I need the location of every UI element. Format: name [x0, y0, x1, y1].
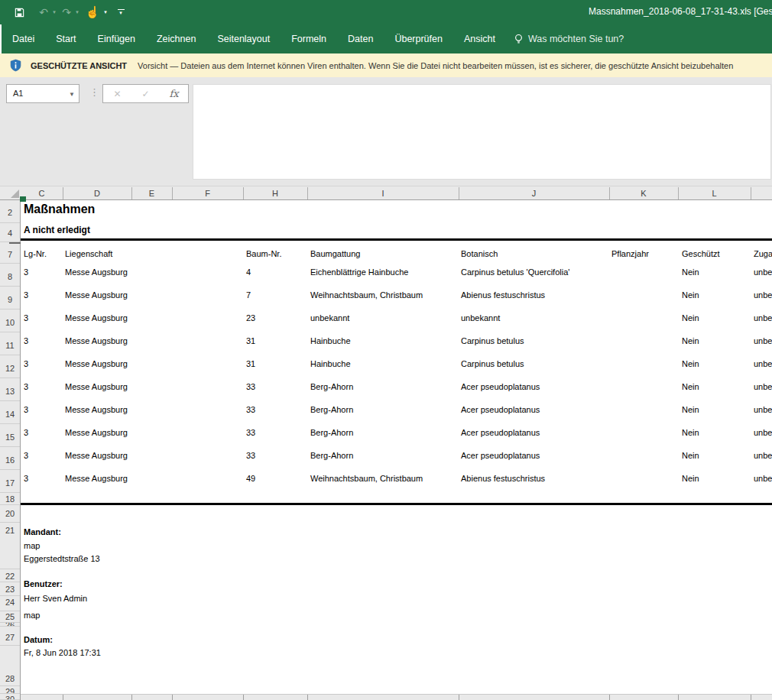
table-cell[interactable]: 3 [24, 451, 28, 460]
column-header-I[interactable]: I [307, 186, 459, 200]
table-header-cell[interactable]: Lg-Nr. [24, 249, 47, 258]
table-cell[interactable]: Nein [682, 336, 699, 345]
table-cell[interactable]: Messe Augsburg [65, 382, 128, 391]
table-cell[interactable]: Messe Augsburg [65, 267, 128, 277]
row-header-18[interactable]: 18 [0, 493, 20, 505]
table-header-cell[interactable]: Geschützt [682, 249, 720, 258]
table-cell[interactable]: 3 [24, 428, 28, 437]
table-cell[interactable]: 31 [246, 359, 255, 368]
datum-value[interactable]: Fr, 8 Jun 2018 17:31 [24, 648, 101, 657]
table-cell[interactable]: Messe Augsburg [65, 359, 128, 368]
table-cell[interactable]: Hainbuche [310, 336, 351, 345]
table-cell[interactable]: 7 [246, 290, 251, 300]
row-header-28[interactable]: 28 [0, 646, 20, 686]
table-cell[interactable]: 33 [246, 428, 255, 437]
table-cell[interactable]: Hainbuche [310, 359, 351, 368]
column-header-K[interactable]: K [609, 186, 678, 200]
table-cell[interactable]: Nein [682, 428, 699, 437]
row-header-14[interactable]: 14 [0, 401, 20, 424]
table-cell[interactable]: unbe [754, 313, 772, 322]
datum-label[interactable]: Datum: [24, 635, 53, 644]
table-header-cell[interactable]: Botanisch [461, 249, 498, 258]
customize-qat-button[interactable]: ▾ [115, 3, 127, 21]
tab-ansicht[interactable]: Ansicht [453, 24, 506, 53]
table-cell[interactable]: 3 [24, 474, 28, 483]
table-cell[interactable]: unbe [754, 428, 772, 437]
column-header-F[interactable]: F [172, 186, 243, 200]
table-cell[interactable]: Nein [682, 382, 699, 391]
table-cell[interactable]: 3 [24, 382, 28, 391]
column-header-J[interactable]: J [459, 186, 609, 200]
table-cell[interactable]: unbe [754, 290, 772, 300]
row-header-20[interactable]: 20 [0, 505, 20, 523]
row-header-25[interactable]: 25 [0, 611, 20, 623]
report-title[interactable]: Maßnahmen [24, 203, 95, 216]
tab-zeichnen[interactable]: Zeichnen [146, 24, 206, 53]
table-cell[interactable]: Acer pseudoplatanus [461, 451, 540, 460]
tab-seitenlayout[interactable]: Seitenlayout [206, 24, 281, 53]
table-cell[interactable]: Nein [682, 405, 699, 414]
table-cell[interactable]: Berg-Ahorn [310, 428, 353, 437]
save-button[interactable] [11, 3, 28, 21]
row-header-13[interactable]: 13 [0, 378, 20, 401]
row-header-11[interactable]: 11 [0, 332, 20, 355]
table-cell[interactable]: Carpinus betulus [461, 336, 524, 345]
table-cell[interactable]: unbe [754, 474, 772, 483]
row-header-16[interactable]: 16 [0, 447, 20, 470]
table-cell[interactable]: 3 [24, 405, 28, 414]
select-all-button[interactable] [0, 186, 21, 199]
column-header-C[interactable]: C [21, 186, 63, 200]
table-cell[interactable]: Abienus festuschristus [461, 474, 545, 483]
undo-button[interactable]: ↶ [37, 3, 50, 21]
formula-bar-drag-handle[interactable]: ⋮ [89, 86, 99, 98]
table-cell[interactable]: Nein [682, 474, 699, 483]
cancel-icon[interactable]: ✕ [103, 89, 131, 99]
table-cell[interactable]: Acer pseudoplatanus [461, 405, 540, 414]
tab-formeln[interactable]: Formeln [281, 24, 337, 53]
row-header-12[interactable]: 12 [0, 355, 20, 378]
table-cell[interactable]: 23 [246, 313, 255, 322]
benutzer-label[interactable]: Benutzer: [24, 579, 63, 588]
table-cell[interactable]: Messe Augsburg [65, 451, 128, 460]
row-header-17[interactable]: 17 [0, 470, 20, 493]
table-cell[interactable]: Messe Augsburg [65, 313, 128, 322]
table-cell[interactable]: 3 [24, 267, 28, 277]
table-cell[interactable]: Eichenblättrige Hainbuche [310, 267, 408, 277]
table-cell[interactable]: Messe Augsburg [65, 336, 128, 345]
table-cell[interactable]: 49 [246, 474, 255, 483]
table-cell[interactable]: unbe [754, 336, 772, 345]
column-header-H[interactable]: H [243, 186, 307, 200]
row-header-21[interactable]: 21 [0, 523, 20, 569]
table-cell[interactable]: Berg-Ahorn [310, 382, 353, 391]
table-cell[interactable]: 3 [24, 290, 28, 300]
table-cell[interactable]: 3 [24, 336, 28, 345]
column-header-E[interactable]: E [131, 186, 172, 200]
table-cell[interactable]: Carpinus betulus 'Quercifolia' [461, 267, 569, 277]
tab-einf-gen[interactable]: Einfügen [87, 24, 146, 53]
table-cell[interactable]: Nein [682, 267, 699, 277]
row-header-4[interactable]: 4 [0, 223, 20, 242]
table-header-cell[interactable]: Liegenschaft [65, 249, 112, 258]
row-header-8[interactable]: 8 [0, 264, 20, 287]
table-cell[interactable]: 3 [24, 359, 28, 368]
mandant-line[interactable]: Eggerstedtstraße 13 [24, 554, 100, 563]
redo-button[interactable]: ↷ [60, 3, 73, 21]
insert-function-icon[interactable]: fx [160, 88, 188, 99]
row-header-15[interactable]: 15 [0, 424, 20, 447]
table-cell[interactable]: unbe [754, 451, 772, 460]
table-cell[interactable]: 33 [246, 451, 255, 460]
table-cell[interactable]: Carpinus betulus [461, 359, 524, 368]
table-cell[interactable]: Messe Augsburg [65, 405, 128, 414]
row-header-23[interactable]: 23 [0, 582, 20, 596]
row-header-2[interactable]: 2 [0, 200, 20, 223]
table-cell[interactable]: unbekannt [461, 313, 500, 322]
table-cell[interactable]: Weihnachtsbaum, Christbaum [310, 474, 423, 483]
row-header-22[interactable]: 22 [0, 569, 20, 582]
tab--berpr-fen[interactable]: Überprüfen [384, 24, 453, 53]
table-cell[interactable]: Messe Augsburg [65, 428, 128, 437]
table-cell[interactable]: unbe [754, 405, 772, 414]
enter-icon[interactable]: ✓ [131, 89, 160, 99]
tab-daten[interactable]: Daten [337, 24, 384, 53]
table-cell[interactable]: Acer pseudoplatanus [461, 428, 540, 437]
tab-start[interactable]: Start [45, 24, 86, 53]
